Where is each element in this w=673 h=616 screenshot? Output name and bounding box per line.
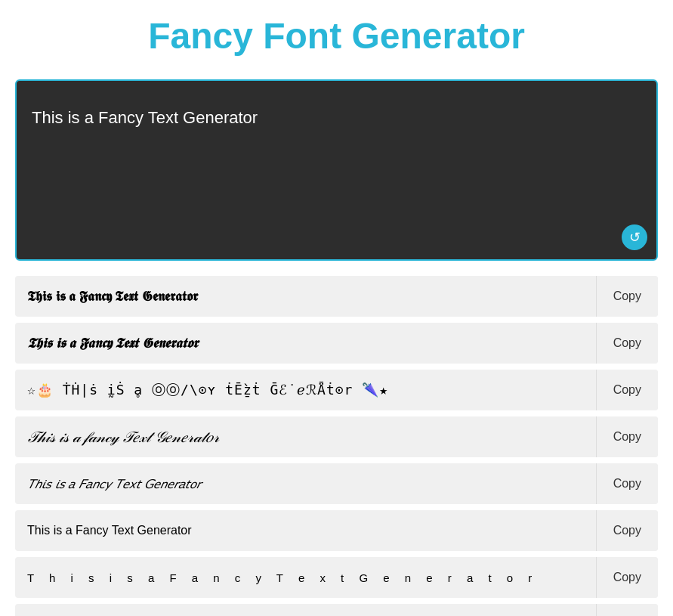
font-row-8: ✩ 🎀 𝘛𝘩𝘪𝘴 𝘪𝘴 𝘢 𝘍𝘢𝘯𝘤𝘺 𝘛𝘦𝘹𝘵 𝘎𝘦𝘯𝘦𝘳𝘢𝘵𝘰𝘳 🎀 ✩Co… — [15, 604, 658, 616]
font-text-1: 𝕿𝖍𝖎𝖘 𝖎𝖘 𝖆 𝕱𝖆𝖓𝖈𝖞 𝕿𝖊𝖝𝖙 𝕲𝖊𝖓𝖊𝖗𝖆𝖙𝖔𝖗 — [15, 278, 596, 315]
page-wrapper: Fancy Font Generator This is a Fancy Tex… — [0, 0, 673, 616]
copy-button-3[interactable]: Copy — [596, 370, 658, 410]
font-text-4: 𝒯𝒽𝒾𝓈 𝒾𝓈 𝒶 𝒻𝒶𝓃𝒸𝓎 𝒯𝑒𝓍𝓉 𝒢𝑒𝓃𝑒𝓇𝒶𝓉𝑜𝓇 — [15, 418, 596, 457]
copy-button-1[interactable]: Copy — [596, 276, 658, 317]
font-row-2: 𝕿𝖍𝖎𝖘 𝖎𝖘 𝖆 𝕱𝖆𝖓𝖈𝖞 𝕿𝖊𝖝𝖙 𝕲𝖊𝖓𝖊𝖗𝖆𝖙𝖔𝖗Copy — [15, 323, 658, 364]
refresh-button[interactable]: ↺ — [622, 224, 647, 250]
page-title: Fancy Font Generator — [15, 15, 658, 57]
font-text-5: 𝘛𝘩𝘪𝘴 𝘪𝘴 𝘢 𝘍𝘢𝘯𝘤𝘺 𝘛𝘦𝘹𝘵 𝘎𝘦𝘯𝘦𝘳𝘢𝘵𝘰𝘳 — [15, 466, 596, 503]
copy-button-6[interactable]: Copy — [596, 510, 658, 551]
font-text-8: ✩ 🎀 𝘛𝘩𝘪𝘴 𝘪𝘴 𝘢 𝘍𝘢𝘯𝘤𝘺 𝘛𝘦𝘹𝘵 𝘎𝘦𝘯𝘦𝘳𝘢𝘵𝘰𝘳 🎀 ✩ — [15, 605, 596, 616]
copy-button-5[interactable]: Copy — [596, 463, 658, 504]
font-row-5: 𝘛𝘩𝘪𝘴 𝘪𝘴 𝘢 𝘍𝘢𝘯𝘤𝘺 𝘛𝘦𝘹𝘵 𝘎𝘦𝘯𝘦𝘳𝘢𝘵𝘰𝘳Copy — [15, 463, 658, 504]
copy-button-4[interactable]: Copy — [596, 416, 658, 457]
font-text-2: 𝕿𝖍𝖎𝖘 𝖎𝖘 𝖆 𝕱𝖆𝖓𝖈𝖞 𝕿𝖊𝖝𝖙 𝕲𝖊𝖓𝖊𝖗𝖆𝖙𝖔𝖗 — [15, 325, 596, 362]
font-row-7: T h i s i s a F a n c y T e x t G e n e … — [15, 557, 658, 598]
font-row-3: ☆🎂 ṪḢ|ṡ ḭṠ ḁ ⓞⓞ/\⊙ʏ ṫḔẕṫ Ḡℰ˙ℯℛǞṫ⊙r 🌂★Cop… — [15, 370, 658, 410]
font-rows-container: 𝕿𝖍𝖎𝖘 𝖎𝖘 𝖆 𝕱𝖆𝖓𝖈𝖞 𝕿𝖊𝖝𝖙 𝕲𝖊𝖓𝖊𝖗𝖆𝖙𝖔𝖗Copy𝕿𝖍𝖎𝖘 𝖎… — [15, 276, 658, 616]
font-row-6: This is a Fancy Text GeneratorCopy — [15, 510, 658, 551]
copy-button-8[interactable]: Copy — [596, 604, 658, 616]
font-text-7: T h i s i s a F a n c y T e x t G e n e … — [15, 561, 596, 595]
copy-button-2[interactable]: Copy — [596, 323, 658, 364]
font-row-1: 𝕿𝖍𝖎𝖘 𝖎𝖘 𝖆 𝕱𝖆𝖓𝖈𝖞 𝕿𝖊𝖝𝖙 𝕲𝖊𝖓𝖊𝖗𝖆𝖙𝖔𝖗Copy — [15, 276, 658, 317]
text-input[interactable]: This is a Fancy Text Generator — [32, 108, 641, 244]
input-area: This is a Fancy Text Generator ↺ — [15, 79, 658, 261]
copy-button-7[interactable]: Copy — [596, 557, 658, 598]
font-row-4: 𝒯𝒽𝒾𝓈 𝒾𝓈 𝒶 𝒻𝒶𝓃𝒸𝓎 𝒯𝑒𝓍𝓉 𝒢𝑒𝓃𝑒𝓇𝒶𝓉𝑜𝓇Copy — [15, 416, 658, 457]
font-text-3: ☆🎂 ṪḢ|ṡ ḭṠ ḁ ⓞⓞ/\⊙ʏ ṫḔẕṫ Ḡℰ˙ℯℛǞṫ⊙r 🌂★ — [15, 370, 596, 410]
font-text-6: This is a Fancy Text Generator — [15, 513, 596, 548]
header: Fancy Font Generator — [15, 0, 658, 79]
